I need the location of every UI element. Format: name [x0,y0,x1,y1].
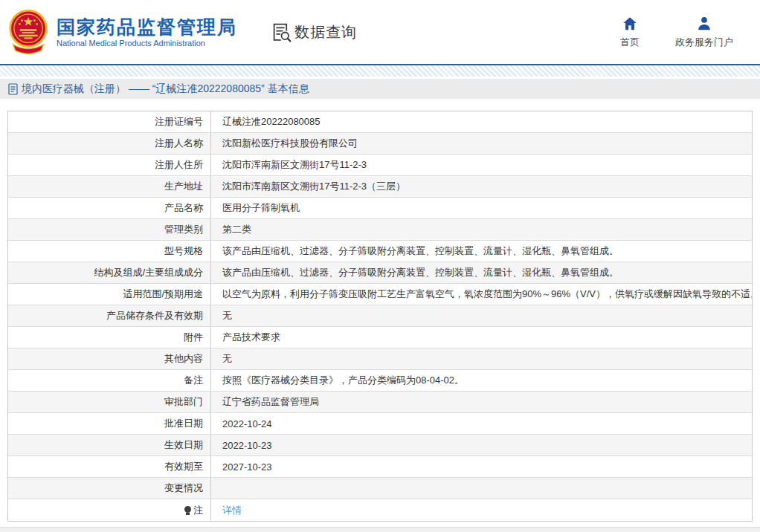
row-label: 有效期至 [8,456,211,477]
table-row: 附件 产品技术要求 [8,327,752,348]
document-icon [8,83,19,95]
row-label: 变更情况 [8,478,211,499]
user-icon [696,16,712,32]
row-value: 2022-10-23 [211,435,752,455]
table-row: 有效期至 2027-10-23 [8,456,752,478]
row-label: 审批部门 [8,392,211,412]
row-label: 型号规格 [8,241,211,262]
row-value: 辽械注准20222080085 [211,111,752,132]
table-row: 批准日期 2022-10-24 [8,413,752,435]
row-value: 该产品由压缩机、过滤器、分子筛吸附分离装置、控制装置、流量计、湿化瓶、鼻氧管组成… [211,262,752,283]
row-label: 生产地址 [8,176,211,197]
row-value: 以空气为原料，利用分子筛变压吸附工艺生产富氧空气，氧浓度范围为90%～96%（V… [211,284,752,305]
table-row: 生效日期 2022-10-23 [8,435,752,456]
top-nav: 首页 政务服务门户 [585,16,750,49]
row-value: 医用分子筛制氧机 [211,198,752,218]
row-value: 按照《医疗器械分类目录》，产品分类编码为08-04-02。 [211,370,752,391]
row-value: 沈阳市浑南新区文溯街17号11-2-3 [211,155,752,175]
row-label: 结构及组成/主要组成成分 [8,262,211,283]
site-title-en: National Medical Products Administration [57,39,237,48]
table-row: 其他内容 无 [8,348,752,370]
row-label: 附件 [8,327,211,348]
table-row: 备注 按照《医疗器械分类目录》，产品分类编码为08-04-02。 [8,370,752,392]
bulb-icon [184,506,191,515]
row-value: 2027-10-23 [211,456,752,477]
row-value: 无 [211,305,752,326]
row-value: 沈阳新松医疗科技股份有限公司 [211,133,752,154]
site-title-cn: 国家药品监督管理局 [57,16,237,38]
row-label: 注册人名称 [8,133,211,154]
row-label: 注 [8,499,211,521]
row-value: 2022-10-24 [211,413,752,434]
row-label: 注册证编号 [8,111,211,132]
row-value: 详情 [211,499,752,521]
row-label: 管理类别 [8,219,211,240]
row-value: 该产品由压缩机、过滤器、分子筛吸附分离装置、控制装置、流量计、湿化瓶、鼻氧管组成… [211,241,752,262]
info-table-body: 注册证编号 辽械注准20222080085 注册人名称 沈阳新松医疗科技股份有限… [8,111,752,521]
table-row: 注 详情 [8,499,752,521]
china-national-emblem-icon [7,8,49,56]
row-value: 辽宁省药品监督管理局 [211,392,752,412]
row-value: 第二类 [211,219,752,240]
footer-strip [0,527,760,532]
site-logo-text: 国家药品监督管理局 National Medical Products Admi… [57,16,237,48]
document-search-icon [271,22,292,42]
table-row: 管理类别 第二类 [8,219,752,241]
row-label: 产品名称 [8,198,211,218]
table-row: 注册人住所 沈阳市浑南新区文溯街17号11-2-3 [8,155,752,176]
detail-link[interactable]: 详情 [222,504,242,517]
table-row: 生产地址 沈阳市浑南新区文溯街17号11-2-3（三层） [8,176,752,198]
table-row: 变更情况 [8,478,752,499]
row-label: 生效日期 [8,435,211,455]
nav-item-portal[interactable]: 政务服务门户 [675,16,733,49]
row-label: 批准日期 [8,413,211,434]
table-row: 产品储存条件及有效期 无 [8,305,752,327]
header-hatch-strip [0,65,760,77]
table-row: 结构及组成/主要组成成分 该产品由压缩机、过滤器、分子筛吸附分离装置、控制装置、… [8,262,752,284]
row-value: 无 [211,348,752,369]
row-label: 产品储存条件及有效期 [8,305,211,326]
nav-portal-label: 政务服务门户 [675,36,733,49]
row-label: 其他内容 [8,348,211,369]
table-row: 注册证编号 辽械注准20222080085 [8,111,752,133]
table-row: 型号规格 该产品由压缩机、过滤器、分子筛吸附分离装置、控制装置、流量计、湿化瓶、… [8,241,752,262]
row-label: 适用范围/预期用途 [8,284,211,305]
data-query-label: 数据查询 [294,22,357,42]
nav-item-home[interactable]: 首页 [620,16,640,49]
row-value [211,478,752,499]
row-value: 产品技术要求 [211,327,752,348]
row-value: 沈阳市浑南新区文溯街17号11-2-3（三层） [211,176,752,197]
breadcrumb: 境内医疗器械（注册） —— “辽械注准20222080085” 基本信息 [0,79,760,99]
row-label: 注册人住所 [8,155,211,175]
table-row: 注册人名称 沈阳新松医疗科技股份有限公司 [8,133,752,155]
nav-home-label: 首页 [620,36,640,49]
row-label: 备注 [8,370,211,391]
data-query-nav[interactable]: 数据查询 [271,22,357,42]
table-row: 适用范围/预期用途 以空气为原料，利用分子筛变压吸附工艺生产富氧空气，氧浓度范围… [8,284,752,305]
registration-info-table: 注册证编号 辽械注准20222080085 注册人名称 沈阳新松医疗科技股份有限… [7,111,753,522]
site-header: 国家药品监督管理局 National Medical Products Admi… [0,0,760,65]
breadcrumb-text: 境内医疗器械（注册） —— “辽械注准20222080085” 基本信息 [22,82,309,96]
table-row: 产品名称 医用分子筛制氧机 [8,198,752,219]
table-row: 审批部门 辽宁省药品监督管理局 [8,392,752,413]
home-icon [622,16,638,32]
